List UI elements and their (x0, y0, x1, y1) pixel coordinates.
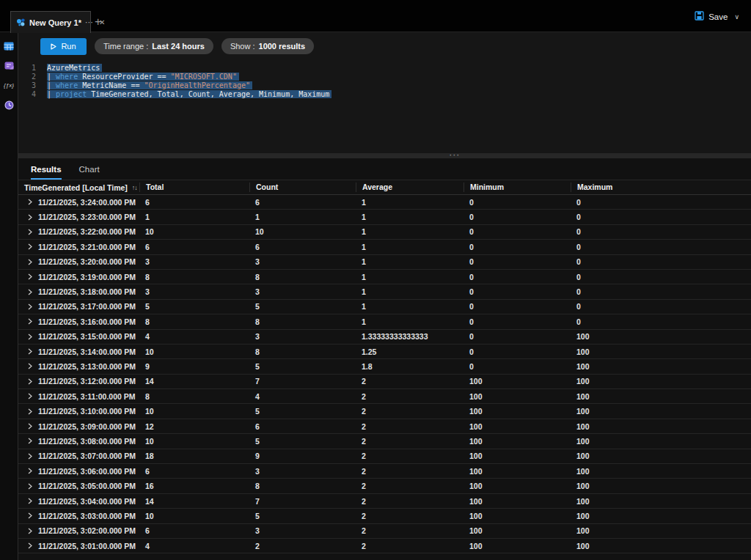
row-expand-chevron-icon[interactable] (18, 408, 38, 415)
column-header-timegenerated[interactable]: TimeGenerated [Local Time] ↑↓ (18, 180, 139, 194)
row-expand-chevron-icon[interactable] (18, 423, 38, 430)
save-button[interactable]: Save ∨ (695, 10, 739, 23)
table-row[interactable]: 11/21/2025, 3:19:00.000 PM 8 8 1 0 0 (18, 270, 751, 284)
code-line[interactable]: 3 | where MetricName == "OriginHealthPer… (18, 81, 751, 90)
row-expand-chevron-icon[interactable] (18, 214, 38, 221)
kusto-query-icon (16, 17, 26, 28)
row-expand-chevron-icon[interactable] (18, 303, 38, 310)
sort-icon[interactable]: ↑↓ (132, 184, 137, 191)
table-row[interactable]: 11/21/2025, 3:04:00.000 PM 14 7 2 100 10… (18, 494, 751, 509)
row-expand-chevron-icon[interactable] (18, 334, 38, 340)
row-expand-chevron-icon[interactable] (18, 273, 38, 280)
row-expand-chevron-icon[interactable] (18, 453, 38, 460)
row-expand-chevron-icon[interactable] (18, 483, 38, 490)
column-header-minimum[interactable]: Minimum (464, 183, 571, 192)
functions-icon[interactable]: {ƒx} (4, 80, 15, 91)
cell-count: 6 (249, 198, 356, 207)
cell-count: 5 (249, 437, 356, 446)
tab-chart[interactable]: Chart (79, 165, 100, 180)
row-expand-chevron-icon[interactable] (18, 199, 38, 205)
column-header-maximum[interactable]: Maximum (571, 183, 751, 192)
cell-minimum: 100 (464, 467, 571, 476)
cell-timegenerated: 11/21/2025, 3:14:00.000 PM (38, 347, 139, 356)
column-header-average[interactable]: Average (356, 183, 464, 192)
table-row[interactable]: 11/21/2025, 3:07:00.000 PM 18 9 2 100 10… (18, 449, 751, 464)
table-row[interactable]: 11/21/2025, 3:03:00.000 PM 10 5 2 100 10… (18, 509, 751, 523)
table-row[interactable]: 11/21/2025, 3:11:00.000 PM 8 4 2 100 100 (18, 389, 751, 404)
table-row[interactable]: 11/21/2025, 3:12:00.000 PM 14 7 2 100 10… (18, 375, 751, 389)
tab-close-icon[interactable]: ✕ (99, 18, 105, 26)
table-row[interactable]: 11/21/2025, 3:08:00.000 PM 10 5 2 100 10… (18, 434, 751, 449)
table-row[interactable]: 11/21/2025, 3:14:00.000 PM 10 8 1.25 0 1… (18, 345, 751, 359)
row-expand-chevron-icon[interactable] (18, 498, 38, 504)
row-expand-chevron-icon[interactable] (18, 378, 38, 385)
table-row[interactable]: 11/21/2025, 3:24:00.000 PM 6 6 1 0 0 (18, 195, 751, 210)
save-label: Save (708, 12, 728, 21)
cell-total: 9 (139, 362, 249, 371)
table-row[interactable]: 11/21/2025, 3:15:00.000 PM 4 3 1.3333333… (18, 330, 751, 345)
table-row[interactable]: 11/21/2025, 3:20:00.000 PM 3 3 1 0 0 (18, 255, 751, 270)
table-row[interactable]: 11/21/2025, 3:05:00.000 PM 16 8 2 100 10… (18, 479, 751, 493)
row-expand-chevron-icon[interactable] (18, 363, 38, 369)
query-editor[interactable]: 1 AzureMetrics 2 | where ResourceProvide… (18, 60, 751, 153)
row-expand-chevron-icon[interactable] (18, 393, 38, 399)
table-row[interactable]: 11/21/2025, 3:16:00.000 PM 8 8 1 0 0 (18, 314, 751, 329)
time-range-label: Time range : (103, 42, 148, 51)
cell-timegenerated: 11/21/2025, 3:04:00.000 PM (38, 497, 139, 506)
cell-timegenerated: 11/21/2025, 3:16:00.000 PM (38, 317, 139, 326)
table-row[interactable]: 11/21/2025, 3:21:00.000 PM 6 6 1 0 0 (18, 240, 751, 254)
queries-icon[interactable] (4, 60, 15, 71)
cell-timegenerated: 11/21/2025, 3:20:00.000 PM (38, 257, 139, 266)
table-row[interactable]: 11/21/2025, 3:09:00.000 PM 12 6 2 100 10… (18, 419, 751, 434)
cell-timegenerated: 11/21/2025, 3:07:00.000 PM (38, 452, 139, 460)
table-row[interactable]: 11/21/2025, 3:10:00.000 PM 10 5 2 100 10… (18, 404, 751, 419)
row-expand-chevron-icon[interactable] (18, 528, 38, 534)
cell-maximum: 100 (571, 332, 751, 341)
row-expand-chevron-icon[interactable] (18, 259, 38, 265)
table-row[interactable]: 11/21/2025, 3:02:00.000 PM 6 3 2 100 100 (18, 524, 751, 539)
show-results-picker[interactable]: Show : 1000 results (221, 38, 314, 54)
tab-bar: New Query 1* ⋯ ✕ + Save ∨ (0, 0, 751, 32)
table-row[interactable]: 11/21/2025, 3:13:00.000 PM 9 5 1.8 0 100 (18, 359, 751, 374)
row-expand-chevron-icon[interactable] (18, 468, 38, 474)
cell-count: 6 (249, 422, 356, 431)
cell-count: 7 (249, 497, 356, 506)
row-expand-chevron-icon[interactable] (18, 229, 38, 235)
cell-total: 1 (139, 213, 249, 221)
row-expand-chevron-icon[interactable] (18, 542, 38, 549)
column-header-total[interactable]: Total (139, 183, 249, 192)
cell-minimum: 0 (464, 243, 571, 251)
cell-maximum: 0 (571, 213, 751, 221)
query-history-icon[interactable] (4, 100, 15, 111)
code-line[interactable]: 1 AzureMetrics (18, 64, 751, 73)
tab-overflow-icon[interactable]: ⋯ (85, 18, 94, 27)
cell-total: 8 (139, 317, 249, 326)
table-row[interactable]: 11/21/2025, 3:18:00.000 PM 3 3 1 0 0 (18, 284, 751, 299)
code-line[interactable]: 2 | where ResourceProvider == "MICROSOFT… (18, 73, 751, 81)
tab-results[interactable]: Results (31, 165, 62, 180)
cell-minimum: 0 (464, 198, 571, 207)
table-row[interactable]: 11/21/2025, 3:01:00.000 PM 4 2 2 100 100 (18, 539, 751, 553)
row-expand-chevron-icon[interactable] (18, 318, 38, 325)
play-icon (51, 43, 56, 50)
panel-splitter[interactable]: ··· (18, 153, 751, 158)
cell-average: 1 (356, 213, 464, 221)
row-expand-chevron-icon[interactable] (18, 512, 38, 519)
table-row[interactable]: 11/21/2025, 3:17:00.000 PM 5 5 1 0 0 (18, 300, 751, 314)
code-line[interactable]: 4 | project TimeGenerated, Total, Count,… (18, 90, 751, 99)
table-row[interactable]: 11/21/2025, 3:22:00.000 PM 10 10 1 0 0 (18, 225, 751, 240)
tables-icon[interactable] (4, 40, 15, 51)
row-expand-chevron-icon[interactable] (18, 289, 38, 295)
run-button[interactable]: Run (40, 38, 87, 55)
splitter-handle-icon[interactable]: ··· (450, 152, 461, 159)
table-row[interactable]: 11/21/2025, 3:23:00.000 PM 1 1 1 0 0 (18, 210, 751, 224)
row-expand-chevron-icon[interactable] (18, 438, 38, 444)
cell-minimum: 0 (464, 317, 571, 326)
chevron-down-icon[interactable]: ∨ (734, 13, 739, 21)
row-expand-chevron-icon[interactable] (18, 348, 38, 355)
row-expand-chevron-icon[interactable] (18, 243, 38, 250)
time-range-picker[interactable]: Time range : Last 24 hours (95, 38, 213, 54)
column-header-count[interactable]: Count (249, 183, 356, 192)
table-row[interactable]: 11/21/2025, 3:06:00.000 PM 6 3 2 100 100 (18, 464, 751, 479)
query-tab[interactable]: New Query 1* ⋯ ✕ (10, 11, 91, 33)
